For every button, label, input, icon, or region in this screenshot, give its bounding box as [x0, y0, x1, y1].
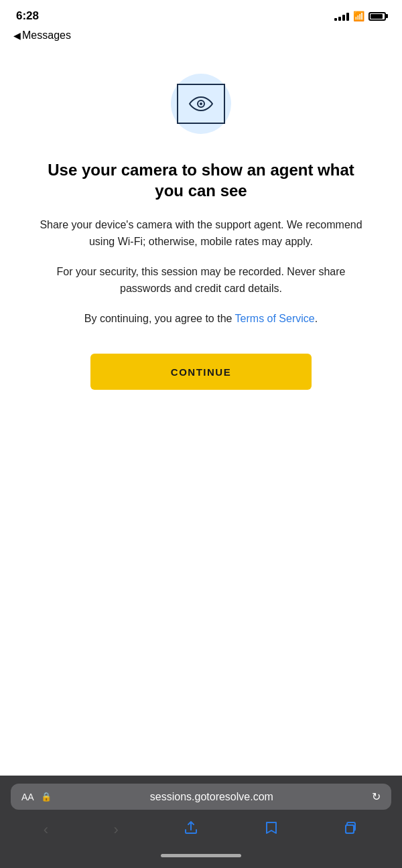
home-bar [161, 854, 241, 857]
back-label: Messages [22, 29, 71, 42]
camera-icon-wrapper [164, 67, 238, 141]
main-content: Use your camera to show an agent what yo… [0, 47, 402, 776]
back-button[interactable]: ◀ Messages [13, 29, 71, 42]
security-block: For your security, this session may be r… [34, 264, 368, 297]
wifi-icon: 📶 [353, 11, 364, 21]
browser-aa-button[interactable]: AA [21, 792, 34, 802]
status-icons: 📶 [334, 11, 386, 21]
svg-point-1 [200, 102, 202, 105]
battery-icon [368, 12, 386, 21]
security-text: For your security, this session may be r… [34, 264, 368, 297]
lock-icon: 🔒 [41, 792, 52, 802]
browser-nav-row: ‹ › [11, 816, 391, 842]
terms-suffix: . [315, 313, 318, 324]
svg-point-0 [198, 100, 204, 107]
browser-forward-button[interactable]: › [114, 821, 119, 839]
browser-tabs-button[interactable] [344, 820, 358, 839]
terms-block: By continuing, you agree to the Terms of… [84, 311, 318, 328]
browser-bar: AA 🔒 sessions.gotoresolve.com ↻ ‹ › [0, 776, 402, 868]
status-time: 6:28 [16, 9, 39, 23]
browser-url-text: sessions.gotoresolve.com [58, 791, 365, 803]
terms-text: By continuing, you agree to the Terms of… [84, 311, 318, 328]
terms-prefix: By continuing, you agree to the [84, 313, 232, 324]
signal-icon [334, 11, 349, 21]
description-text-1: Share your device's camera with the supp… [34, 217, 368, 250]
page-title: Use your camera to show an agent what yo… [34, 159, 368, 201]
back-arrow-icon: ◀ [13, 30, 21, 41]
svg-rect-3 [346, 825, 354, 833]
home-indicator [11, 849, 391, 861]
continue-button[interactable]: CONTINUE [90, 354, 312, 390]
reload-icon[interactable]: ↻ [372, 790, 381, 803]
browser-bookmarks-button[interactable] [264, 820, 279, 839]
scan-frame-icon [177, 84, 225, 124]
browser-share-button[interactable] [184, 820, 198, 839]
browser-url-row[interactable]: AA 🔒 sessions.gotoresolve.com ↻ [11, 784, 391, 810]
eye-icon [189, 96, 213, 112]
description-block-1: Share your device's camera with the supp… [34, 217, 368, 250]
browser-back-button[interactable]: ‹ [44, 821, 48, 839]
nav-bar: ◀ Messages [0, 27, 402, 47]
status-bar: 6:28 📶 [0, 0, 402, 27]
terms-of-service-link[interactable]: Terms of Service [235, 313, 315, 324]
